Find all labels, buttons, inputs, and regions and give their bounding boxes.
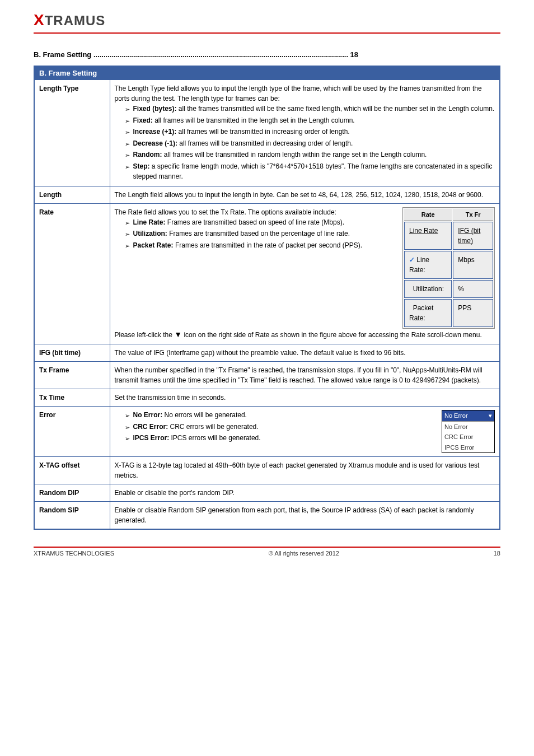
- table-row: Rate RateTx Fr Line RateIFG (bit time) ✓…: [34, 203, 500, 344]
- rate-note: Please left-click the ▼ icon on the righ…: [115, 329, 495, 340]
- bullet-icon: ➢: [125, 241, 130, 251]
- triangle-down-icon: ▼: [174, 330, 182, 339]
- item-bold: Utilization:: [133, 230, 167, 237]
- item-bold: No Error:: [133, 411, 163, 419]
- table-row: Tx Frame When the number specified in th…: [34, 362, 500, 389]
- error-option[interactable]: IPCS Error: [442, 442, 494, 453]
- table-row: Length Type The Length Type field allows…: [34, 80, 500, 186]
- rate-opt-label: Utilization:: [413, 285, 444, 293]
- random-dip-label: Random DIP: [34, 484, 110, 502]
- check-icon: ✓: [409, 256, 415, 264]
- check-icon-empty: [409, 304, 411, 312]
- bullet-icon: ➢: [125, 116, 130, 126]
- length-desc: The Length field allows you to input the…: [110, 186, 500, 203]
- random-sip-label: Random SIP: [34, 502, 110, 530]
- note-pre: Please left-click the: [115, 331, 175, 339]
- error-option[interactable]: CRC Error: [442, 432, 494, 442]
- item-text: No errors will be generated.: [162, 411, 247, 419]
- rate-menu-sub2: IFG (bit time): [453, 222, 493, 250]
- item-bold: Step:: [133, 162, 150, 170]
- bullet-icon: ➢: [125, 128, 130, 137]
- length-type-intro: The Length Type field allows you to inpu…: [115, 83, 495, 104]
- item-text: all frames will be transmitted in random…: [162, 151, 427, 158]
- bullet-icon: ➢: [125, 162, 130, 181]
- list-item: ➢No Error: No errors will be generated.: [125, 410, 438, 421]
- footer-left: XTRAMUS TECHNOLOGIES: [34, 550, 114, 557]
- rate-menu-h1: Rate: [404, 209, 452, 221]
- bullet-icon: ➢: [125, 411, 130, 421]
- item-text: Frames are transmitted based on speed of…: [166, 218, 344, 226]
- dropdown-arrow-icon: ▾: [489, 411, 492, 421]
- rate-menu-opt[interactable]: ✓ Line Rate:: [404, 251, 452, 279]
- table-row: Tx Time Set the transmission time in sec…: [34, 389, 500, 407]
- random-dip-desc: Enable or disable the port's random DIP.: [110, 484, 500, 502]
- page-footer: XTRAMUS TECHNOLOGIES ® All rights reserv…: [34, 547, 500, 557]
- bullet-icon: ➢: [125, 151, 130, 160]
- list-item: ➢Random: all frames will be transmitted …: [125, 150, 495, 160]
- item-text: Frames are transmitted in the rate of pa…: [174, 241, 362, 249]
- table-row: Length The Length field allows you to in…: [34, 186, 500, 203]
- error-selected-label: No Error: [444, 411, 468, 421]
- table-row: Random DIP Enable or disable the port's …: [34, 484, 500, 502]
- table-row: Error No Error▾ No Error CRC Error IPCS …: [34, 407, 500, 457]
- item-text: Frames are transmitted based on the perc…: [167, 230, 350, 237]
- list-item: ➢Fixed (bytes): all the frames transmitt…: [125, 104, 495, 114]
- bullet-icon: ➢: [125, 105, 130, 114]
- txtime-desc: Set the transmission time in seconds.: [110, 389, 500, 407]
- item-text: all the frames transmitted will be the s…: [177, 105, 495, 113]
- bullet-icon: ➢: [125, 423, 130, 432]
- list-item: ➢Utilization: Frames are transmitted bas…: [125, 228, 399, 239]
- list-item: ➢Fixed: all frames will be transmitted i…: [125, 115, 495, 126]
- item-text: a specific frame length mode, which is "…: [133, 162, 493, 180]
- error-option[interactable]: No Error: [442, 422, 494, 432]
- error-selected[interactable]: No Error▾: [442, 410, 494, 422]
- item-bold: Decrease (-1):: [133, 139, 177, 147]
- list-item: ➢Increase (+1): all frames will be trans…: [125, 127, 495, 137]
- txtime-label: Tx Time: [34, 389, 110, 407]
- table-row: Random SIP Enable or disable Random SIP …: [34, 502, 500, 530]
- rate-menu-h2: Tx Fr: [453, 209, 493, 221]
- xtag-desc: X-TAG is a 12-byte tag located at 49th~6…: [110, 457, 500, 484]
- list-item: ➢IPCS Error: IPCS errors will be generat…: [125, 433, 438, 444]
- check-icon-empty: [409, 285, 411, 293]
- rate-dropdown-preview: RateTx Fr Line RateIFG (bit time) ✓ Line…: [402, 207, 495, 329]
- note-post: icon on the right side of Rate as shown …: [184, 331, 481, 339]
- rate-menu-opt[interactable]: Packet Rate:: [404, 299, 452, 327]
- item-bold: IPCS Error:: [133, 434, 170, 442]
- ifg-desc: The value of IFG (Interframe gap) withou…: [110, 344, 500, 362]
- bullet-icon: ➢: [125, 139, 130, 149]
- list-item: ➢Packet Rate: Frames are transmitted in …: [125, 240, 399, 251]
- error-desc: No Error▾ No Error CRC Error IPCS Error …: [110, 407, 500, 457]
- txframe-desc: When the number specified in the "Tx Fra…: [110, 362, 500, 389]
- list-item: ➢Decrease (-1): all frames will be trans…: [125, 138, 495, 149]
- item-text: all frames will be transmitted in decrea…: [177, 139, 353, 147]
- item-text: all frames will be transmitted in increa…: [176, 128, 349, 136]
- list-item: ➢CRC Error: CRC errors will be generated…: [125, 422, 438, 432]
- logo-rest: TRAMUS: [45, 13, 106, 28]
- table-row: IFG (bit time) The value of IFG (Interfr…: [34, 344, 500, 362]
- list-item: ➢Line Rate: Frames are transmitted based…: [125, 217, 399, 228]
- length-label: Length: [34, 186, 110, 203]
- logo-x: X: [34, 11, 45, 29]
- item-bold: Random:: [133, 151, 162, 158]
- error-dropdown-preview[interactable]: No Error▾ No Error CRC Error IPCS Error: [442, 410, 495, 453]
- item-text: CRC errors will be generated.: [168, 423, 258, 431]
- rate-menu-opt[interactable]: Utilization:: [404, 280, 452, 298]
- page-header: XTRAMUS: [34, 11, 500, 34]
- item-text: IPCS errors will be generated.: [169, 434, 260, 442]
- bullet-icon: ➢: [125, 230, 130, 239]
- random-sip-desc: Enable or disable Random SIP generation …: [110, 502, 500, 530]
- length-type-label: Length Type: [34, 80, 110, 186]
- rate-unit: %: [453, 280, 493, 298]
- rate-unit: Mbps: [453, 251, 493, 279]
- rate-unit: PPS: [453, 299, 493, 327]
- brand-logo: XTRAMUS: [34, 13, 105, 28]
- xtag-label: X-TAG offset: [34, 457, 110, 484]
- item-bold: Fixed (bytes):: [133, 105, 177, 113]
- list-item: ➢Step: a specific frame length mode, whi…: [125, 161, 495, 181]
- table-row: X-TAG offset X-TAG is a 12-byte tag loca…: [34, 457, 500, 484]
- rate-opt-label: Packet Rate:: [409, 304, 433, 322]
- rate-menu-sub: Line Rate: [404, 222, 452, 250]
- error-label: Error: [34, 407, 110, 457]
- rate-label: Rate: [34, 203, 110, 344]
